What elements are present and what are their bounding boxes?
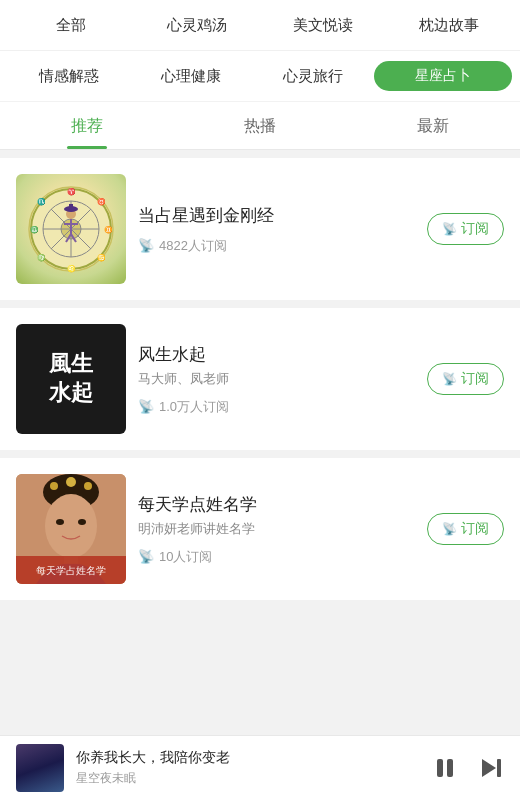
card-thumbnail-1[interactable]: ♈ ♉ ♊ ♋ ♌ ♍ ♎ ♏ (16, 174, 126, 284)
player-thumbnail[interactable] (16, 744, 64, 792)
cat-beauty[interactable]: 美文悦读 (260, 8, 386, 43)
card-title-2: 风生水起 (138, 343, 415, 366)
sub-icon-1: 📡 (442, 222, 457, 236)
card-info-2: 风生水起 马大师、凤老师 📡 1.0万人订阅 (138, 343, 415, 416)
tab-hot[interactable]: 热播 (173, 102, 346, 149)
svg-point-28 (45, 494, 97, 558)
content-area: ♈ ♉ ♊ ♋ ♌ ♍ ♎ ♏ 当占星遇到金刚经 (0, 150, 520, 786)
svg-text:♉: ♉ (97, 197, 106, 206)
player-title: 你养我长大，我陪你变老 (76, 749, 420, 767)
svg-text:♋: ♋ (97, 253, 106, 262)
card-info-1: 当占星遇到金刚经 📡 4822人订阅 (138, 204, 415, 255)
svg-rect-37 (497, 759, 501, 777)
list-item: ♈ ♉ ♊ ♋ ♌ ♍ ♎ ♏ 当占星遇到金刚经 (0, 158, 520, 300)
card-count-3: 📡 10人订阅 (138, 548, 415, 566)
svg-text:♊: ♊ (104, 225, 113, 234)
svg-point-29 (56, 519, 64, 525)
card-title-3: 每天学点姓名学 (138, 493, 415, 516)
cat-chicken[interactable]: 心灵鸡汤 (134, 8, 260, 43)
svg-point-26 (66, 477, 76, 487)
svg-rect-22 (69, 204, 73, 209)
cat-travel[interactable]: 心灵旅行 (252, 59, 374, 94)
svg-text:♍: ♍ (37, 253, 46, 262)
card-thumbnail-3[interactable]: 每天学占姓名学 (16, 474, 126, 584)
thumb-2-text: 風生水起 (41, 342, 101, 415)
svg-rect-34 (437, 759, 443, 777)
card-title-1: 当占星遇到金刚经 (138, 204, 415, 227)
card-count-2: 📡 1.0万人订阅 (138, 398, 415, 416)
tab-recommend[interactable]: 推荐 (0, 102, 173, 149)
cat-emotion[interactable]: 情感解惑 (8, 59, 130, 94)
svg-point-30 (78, 519, 86, 525)
svg-text:每天学占姓名学: 每天学占姓名学 (36, 565, 106, 576)
next-button[interactable] (478, 755, 504, 781)
svg-text:♎: ♎ (30, 225, 39, 234)
sub-icon-3: 📡 (442, 522, 457, 536)
svg-marker-36 (482, 759, 496, 777)
subscribe-button-3[interactable]: 📡 订阅 (427, 513, 504, 545)
card-subtitle-2: 马大师、凤老师 (138, 370, 415, 388)
cat-all[interactable]: 全部 (8, 8, 134, 43)
svg-text:♈: ♈ (67, 187, 76, 196)
subscribe-button-1[interactable]: 📡 订阅 (427, 213, 504, 245)
player-controls (432, 755, 504, 781)
card-info-3: 每天学点姓名学 明沛妍老师讲姓名学 📡 10人订阅 (138, 493, 415, 566)
list-item: 風生水起 风生水起 马大师、凤老师 📡 1.0万人订阅 📡 订阅 (0, 308, 520, 450)
player-info: 你养我长大，我陪你变老 星空夜未眠 (76, 749, 420, 787)
cat-astro[interactable]: 星座占卜 (374, 61, 512, 91)
pause-button[interactable] (432, 755, 458, 781)
wifi-icon-1: 📡 (138, 238, 154, 253)
subscribe-button-2[interactable]: 📡 订阅 (427, 363, 504, 395)
card-count-1: 📡 4822人订阅 (138, 237, 415, 255)
wifi-icon-2: 📡 (138, 399, 154, 414)
player-thumb-art (16, 744, 64, 792)
cat-psychology[interactable]: 心理健康 (130, 59, 252, 94)
sub-icon-2: 📡 (442, 372, 457, 386)
category-row-2: 情感解惑 心理健康 心灵旅行 星座占卜 (0, 51, 520, 101)
tab-new[interactable]: 最新 (347, 102, 520, 149)
card-thumbnail-2[interactable]: 風生水起 (16, 324, 126, 434)
card-subtitle-3: 明沛妍老师讲姓名学 (138, 520, 415, 538)
tabs-bar: 推荐 热播 最新 (0, 102, 520, 150)
list-item: 每天学占姓名学 每天学点姓名学 明沛妍老师讲姓名学 📡 10人订阅 📡 订阅 (0, 458, 520, 600)
player-bar: 你养我长大，我陪你变老 星空夜未眠 (0, 735, 520, 800)
svg-text:♏: ♏ (37, 197, 46, 206)
category-row-1: 全部 心灵鸡汤 美文悦读 枕边故事 (0, 0, 520, 50)
svg-point-27 (84, 482, 92, 490)
svg-text:♌: ♌ (67, 264, 76, 273)
cat-bedtime[interactable]: 枕边故事 (386, 8, 512, 43)
svg-rect-35 (447, 759, 453, 777)
svg-point-25 (50, 482, 58, 490)
wifi-icon-3: 📡 (138, 549, 154, 564)
player-subtitle: 星空夜未眠 (76, 770, 420, 787)
